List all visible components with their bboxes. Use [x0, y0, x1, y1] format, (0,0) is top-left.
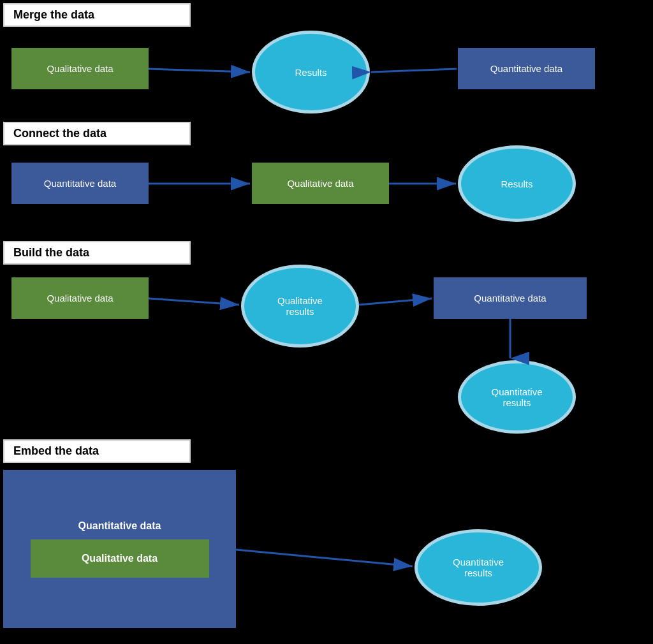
build-quantitative-results-oval: Quantitative results: [458, 360, 576, 434]
build-qualitative-results-oval: Qualitative results: [241, 265, 359, 348]
build-qualitative-results-text: Qualitative results: [277, 295, 323, 317]
connect-results-oval: Results: [458, 145, 576, 222]
embed-quantitative-text: Quantitative data: [78, 520, 161, 532]
svg-line-7: [149, 298, 239, 305]
build-qualitative-box: Qualitative data: [11, 277, 149, 319]
embed-container: Quantitative data Qualitative data: [3, 470, 236, 628]
connect-qualitative-box: Qualitative data: [252, 163, 389, 204]
build-quantitative-box: Quantitative data: [434, 277, 587, 319]
embed-qualitative-box: Qualitative data: [31, 539, 209, 578]
merge-results-oval: Results: [252, 31, 370, 113]
svg-line-3: [149, 69, 250, 72]
merge-quantitative-box: Quantitative data: [458, 48, 595, 89]
embed-quantitative-results-text: Quantitative results: [453, 557, 504, 578]
svg-line-4: [371, 69, 457, 72]
connect-quantitative-box: Quantitative data: [11, 163, 149, 204]
embed-label: Embed the data: [3, 439, 191, 463]
connect-label: Connect the data: [3, 122, 191, 145]
svg-line-10: [236, 550, 413, 566]
merge-label: Merge the data: [3, 3, 191, 27]
build-quantitative-results-text: Quantitative results: [491, 386, 542, 408]
merge-qualitative-box: Qualitative data: [11, 48, 149, 89]
build-label: Build the data: [3, 241, 191, 265]
svg-line-8: [359, 298, 432, 305]
embed-quantitative-results-oval: Quantitative results: [415, 529, 542, 606]
